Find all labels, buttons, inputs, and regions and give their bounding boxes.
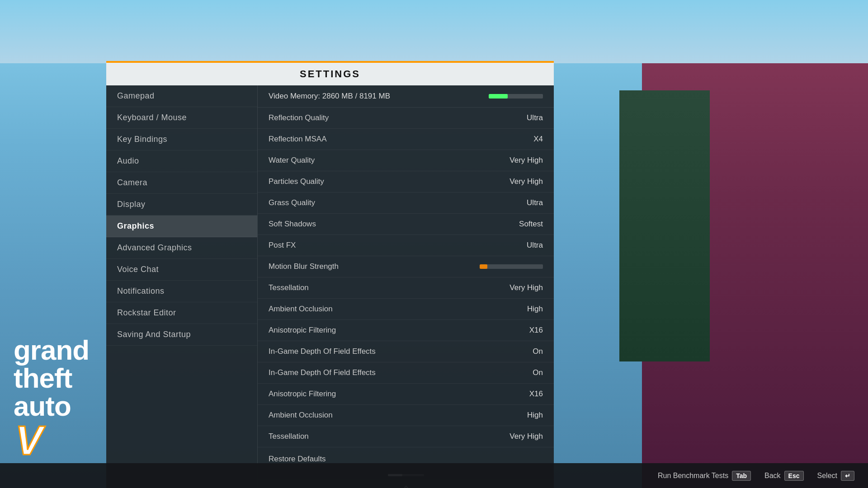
settings-body: GamepadKeyboard / MouseKey BindingsAudio… <box>106 85 554 488</box>
setting-value: X4 <box>533 135 543 144</box>
memory-bar-fill <box>489 94 508 99</box>
nav-item-advanced-graphics[interactable]: Advanced Graphics <box>106 237 257 259</box>
setting-value: On <box>533 368 543 377</box>
key-badge-benchmark: Tab <box>732 471 751 481</box>
bottom-bar: Run Benchmark Tests TabBack EscSelect ↵ <box>0 463 868 488</box>
logo-grand: grand <box>14 336 89 364</box>
setting-row-tessellation[interactable]: Tessellation Very High <box>258 426 554 447</box>
sky-background <box>0 0 868 63</box>
setting-name: Anisotropic Filtering <box>269 326 336 335</box>
hint-label-select: Select <box>817 472 837 480</box>
setting-name: Reflection MSAA <box>269 135 327 144</box>
hint-label-back: Back <box>764 472 781 480</box>
nav-item-display[interactable]: Display <box>106 194 257 216</box>
setting-row-grass-quality[interactable]: Grass Quality Ultra <box>258 192 554 214</box>
memory-bar-bg <box>489 94 543 99</box>
memory-row: Video Memory: 2860 MB / 8191 MB <box>258 85 554 108</box>
nav-item-gamepad[interactable]: Gamepad <box>106 85 257 107</box>
nav-item-notifications[interactable]: Notifications <box>106 281 257 302</box>
setting-value: High <box>527 411 543 420</box>
setting-value: X16 <box>529 326 543 335</box>
key-badge-back: Esc <box>784 471 804 481</box>
setting-value: Very High <box>509 432 543 441</box>
nav-item-graphics[interactable]: Graphics <box>106 216 257 237</box>
setting-value: Very High <box>509 156 543 165</box>
nav-item-rockstar-editor[interactable]: Rockstar Editor <box>106 302 257 324</box>
setting-row-in-game-depth-of-field-effects[interactable]: In-Game Depth Of Field Effects On <box>258 341 554 362</box>
settings-rows: Reflection Quality UltraReflection MSAA … <box>258 108 554 256</box>
setting-row-particles-quality[interactable]: Particles Quality Very High <box>258 171 554 192</box>
settings-title-bar: SETTINGS <box>106 61 554 85</box>
settings-title: SETTINGS <box>300 68 360 80</box>
motion-blur-fill <box>480 264 487 269</box>
settings-nav: GamepadKeyboard / MouseKey BindingsAudio… <box>106 85 258 488</box>
settings-modal: SETTINGS GamepadKeyboard / MouseKey Bind… <box>106 61 554 488</box>
setting-row-water-quality[interactable]: Water Quality Very High <box>258 150 554 171</box>
setting-value: Very High <box>509 283 543 292</box>
setting-row-in-game-depth-of-field-effects[interactable]: In-Game Depth Of Field Effects On <box>258 362 554 384</box>
gta-logo: grand theft auto V <box>14 336 89 461</box>
setting-row-ambient-occlusion[interactable]: Ambient Occlusion High <box>258 299 554 320</box>
nav-item-key-bindings[interactable]: Key Bindings <box>106 129 257 150</box>
setting-name: Water Quality <box>269 156 315 165</box>
setting-value: On <box>533 347 543 356</box>
nav-item-keyboard-mouse[interactable]: Keyboard / Mouse <box>106 107 257 129</box>
nav-item-saving-startup[interactable]: Saving And Startup <box>106 324 257 346</box>
motion-blur-row[interactable]: Motion Blur Strength <box>258 256 554 277</box>
setting-value: Ultra <box>527 113 543 122</box>
setting-value: High <box>527 305 543 314</box>
bottom-hint-benchmark: Run Benchmark Tests Tab <box>658 471 751 481</box>
setting-name: In-Game Depth Of Field Effects <box>269 368 376 377</box>
setting-row-soft-shadows[interactable]: Soft Shadows Softest <box>258 214 554 235</box>
motion-blur-bar <box>480 264 543 269</box>
setting-name: Grass Quality <box>269 198 315 207</box>
bottom-hint-back: Back Esc <box>764 471 804 481</box>
logo-v: V <box>15 420 42 461</box>
logo-auto: auto <box>14 392 89 420</box>
settings-content: Video Memory: 2860 MB / 8191 MB Reflecti… <box>258 85 554 488</box>
memory-label: Video Memory: 2860 MB / 8191 MB <box>269 92 390 101</box>
logo-theft: theft <box>14 364 89 392</box>
setting-name: Post FX <box>269 241 296 250</box>
setting-value: Ultra <box>527 241 543 250</box>
setting-name: Soft Shadows <box>269 220 316 229</box>
setting-name: Tessellation <box>269 432 309 441</box>
setting-row-tessellation[interactable]: Tessellation Very High <box>258 277 554 299</box>
nav-item-audio[interactable]: Audio <box>106 150 257 172</box>
memory-bar-wrap <box>489 94 543 99</box>
setting-name: Particles Quality <box>269 177 324 186</box>
motion-blur-label: Motion Blur Strength <box>269 262 339 271</box>
containers-mid <box>619 90 710 361</box>
setting-name: Ambient Occlusion <box>269 305 333 314</box>
setting-row-reflection-msaa[interactable]: Reflection MSAA X4 <box>258 129 554 150</box>
setting-value: X16 <box>529 389 543 399</box>
setting-row-post-fx[interactable]: Post FX Ultra <box>258 235 554 256</box>
nav-item-camera[interactable]: Camera <box>106 172 257 194</box>
restore-defaults-button[interactable]: Restore Defaults <box>269 455 326 463</box>
setting-name: In-Game Depth Of Field Effects <box>269 347 376 356</box>
setting-row-reflection-quality[interactable]: Reflection Quality Ultra <box>258 108 554 129</box>
setting-value: Very High <box>509 177 543 186</box>
hint-label-benchmark: Run Benchmark Tests <box>658 472 728 480</box>
setting-name: Anisotropic Filtering <box>269 389 336 399</box>
setting-row-anisotropic-filtering[interactable]: Anisotropic Filtering X16 <box>258 320 554 341</box>
setting-row-ambient-occlusion[interactable]: Ambient Occlusion High <box>258 405 554 426</box>
setting-value: Ultra <box>527 198 543 207</box>
setting-name: Reflection Quality <box>269 113 329 122</box>
key-badge-select: ↵ <box>841 471 854 481</box>
setting-row-anisotropic-filtering[interactable]: Anisotropic Filtering X16 <box>258 384 554 405</box>
nav-item-voice-chat[interactable]: Voice Chat <box>106 259 257 281</box>
setting-name: Ambient Occlusion <box>269 411 333 420</box>
bottom-hint-select: Select ↵ <box>817 471 854 481</box>
setting-name: Tessellation <box>269 283 309 292</box>
setting-value: Softest <box>519 220 543 229</box>
